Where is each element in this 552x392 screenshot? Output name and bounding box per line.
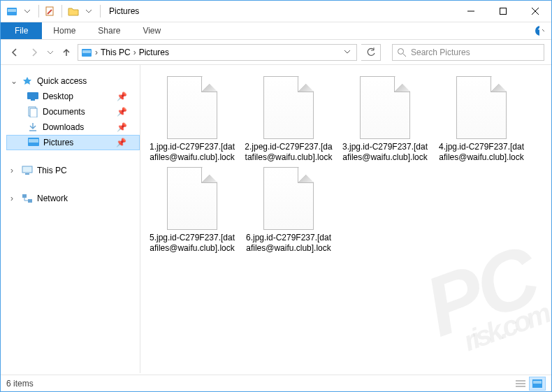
search-icon xyxy=(397,48,407,57)
desktop-icon xyxy=(27,91,38,102)
file-item[interactable]: 3.jpg.id-C279F237.[datafiles@waifu.club]… xyxy=(340,76,430,163)
pin-icon: 📌 xyxy=(116,138,126,147)
up-button[interactable] xyxy=(59,44,73,61)
svg-line-12 xyxy=(403,54,406,57)
navigation-bar: › This PC › Pictures Search Pictures xyxy=(1,40,551,65)
sidebar-item-label: Network xyxy=(37,194,68,203)
tab-view[interactable]: View xyxy=(131,22,172,39)
file-item[interactable]: 2.jpeg.id-C279F237.[datafiles@waifu.club… xyxy=(244,76,333,163)
svg-rect-19 xyxy=(29,139,38,143)
file-item[interactable]: 4.jpg.id-C279F237.[datafiles@waifu.club]… xyxy=(437,76,526,163)
tab-home[interactable]: Home xyxy=(42,22,87,39)
back-button[interactable] xyxy=(8,44,22,61)
sidebar-this-pc[interactable]: › This PC xyxy=(6,163,140,178)
file-icon xyxy=(360,76,410,139)
file-item[interactable]: 5.jpg.id-C279F237.[datafiles@waifu.club]… xyxy=(147,167,237,254)
qat-dropdown-icon[interactable] xyxy=(82,4,96,18)
folder-qat-icon[interactable] xyxy=(66,4,80,18)
view-thumbnails-button[interactable] xyxy=(529,377,546,391)
sidebar-item-label: Quick access xyxy=(37,76,87,86)
chevron-down-icon[interactable]: ⌄ xyxy=(10,76,17,86)
file-name: 1.jpg.id-C279F237.[datafiles@waifu.club]… xyxy=(147,142,237,163)
sidebar-item-label: This PC xyxy=(37,166,67,175)
chevron-right-icon[interactable]: › xyxy=(10,166,17,175)
search-input[interactable]: Search Pictures xyxy=(392,44,544,61)
navigation-pane: ⌄ Quick access Desktop 📌 Documents 📌 Dow… xyxy=(1,65,140,373)
file-name: 2.jpeg.id-C279F237.[datafiles@waifu.club… xyxy=(244,142,333,163)
sidebar-item-pictures[interactable]: Pictures 📌 xyxy=(6,135,140,150)
chevron-right-icon[interactable]: › xyxy=(132,48,138,57)
sidebar-network[interactable]: › Network xyxy=(6,191,140,206)
recent-dropdown-icon[interactable] xyxy=(47,44,54,61)
file-name: 3.jpg.id-C279F237.[datafiles@waifu.club]… xyxy=(340,142,430,163)
svg-point-11 xyxy=(398,48,404,54)
close-button[interactable] xyxy=(519,1,551,22)
downloads-icon xyxy=(27,122,38,133)
svg-rect-28 xyxy=(533,381,542,384)
sidebar-quick-access[interactable]: ⌄ Quick access xyxy=(6,73,140,89)
svg-rect-1 xyxy=(8,9,16,12)
pin-icon: 📌 xyxy=(117,107,127,117)
svg-rect-22 xyxy=(22,194,27,198)
search-placeholder: Search Pictures xyxy=(411,48,470,57)
svg-rect-4 xyxy=(500,8,507,15)
file-name: 5.jpg.id-C279F237.[datafiles@waifu.club]… xyxy=(147,233,237,254)
pictures-icon xyxy=(28,137,39,148)
breadcrumb-current[interactable]: Pictures xyxy=(138,48,170,57)
sidebar-item-label: Documents xyxy=(43,107,85,117)
computer-icon xyxy=(22,165,33,176)
sidebar-item-documents[interactable]: Documents 📌 xyxy=(6,104,140,119)
sidebar-item-label: Desktop xyxy=(43,92,73,101)
chevron-right-icon[interactable]: › xyxy=(10,194,17,203)
ribbon: File Home Share View ? xyxy=(1,22,551,40)
forward-button[interactable] xyxy=(27,44,41,61)
file-icon xyxy=(263,76,314,139)
documents-icon xyxy=(27,106,38,117)
svg-text:?: ? xyxy=(538,27,539,35)
qa-dropdown-icon[interactable] xyxy=(20,4,34,18)
tab-share[interactable]: Share xyxy=(87,22,131,39)
svg-rect-10 xyxy=(82,50,91,53)
file-item[interactable]: 1.jpg.id-C279F237.[datafiles@waifu.club]… xyxy=(147,76,237,163)
file-icon xyxy=(263,167,314,230)
network-icon xyxy=(22,193,33,204)
file-tab[interactable]: File xyxy=(1,22,42,39)
explorer-icon xyxy=(5,4,19,18)
refresh-button[interactable] xyxy=(361,44,381,61)
location-icon xyxy=(80,47,94,58)
status-bar: 6 items xyxy=(1,375,551,391)
view-details-button[interactable] xyxy=(512,377,529,391)
properties-icon[interactable] xyxy=(43,4,57,18)
svg-rect-13 xyxy=(27,92,38,99)
sidebar-item-downloads[interactable]: Downloads 📌 xyxy=(6,119,140,135)
star-icon xyxy=(22,75,33,87)
svg-rect-16 xyxy=(30,108,37,117)
window-title: Pictures xyxy=(105,6,139,16)
sidebar-item-label: Downloads xyxy=(43,122,84,132)
svg-rect-20 xyxy=(22,166,32,173)
titlebar: Pictures xyxy=(1,1,551,22)
file-icon xyxy=(167,76,217,139)
address-dropdown-icon[interactable] xyxy=(340,48,355,57)
svg-rect-14 xyxy=(31,99,35,101)
pin-icon: 📌 xyxy=(117,122,127,132)
svg-rect-21 xyxy=(25,173,29,175)
svg-rect-23 xyxy=(28,199,32,203)
file-item[interactable]: 6.jpg.id-C279F237.[datafiles@waifu.club]… xyxy=(244,167,333,254)
sidebar-item-label: Pictures xyxy=(43,138,73,147)
help-icon[interactable]: ? xyxy=(535,22,551,39)
file-name: 4.jpg.id-C279F237.[datafiles@waifu.club]… xyxy=(437,142,526,163)
minimize-button[interactable] xyxy=(455,1,487,22)
file-name: 6.jpg.id-C279F237.[datafiles@waifu.club]… xyxy=(244,233,333,254)
pin-icon: 📌 xyxy=(117,92,127,101)
maximize-button[interactable] xyxy=(487,1,519,22)
file-view[interactable]: 1.jpg.id-C279F237.[datafiles@waifu.club]… xyxy=(140,65,551,373)
address-bar[interactable]: › This PC › Pictures xyxy=(78,44,357,61)
status-item-count: 6 items xyxy=(6,379,34,389)
chevron-right-icon[interactable]: › xyxy=(94,48,99,57)
file-icon xyxy=(456,76,507,139)
sidebar-item-desktop[interactable]: Desktop 📌 xyxy=(6,89,140,104)
file-icon xyxy=(167,167,217,230)
breadcrumb-this-pc[interactable]: This PC xyxy=(99,48,132,57)
